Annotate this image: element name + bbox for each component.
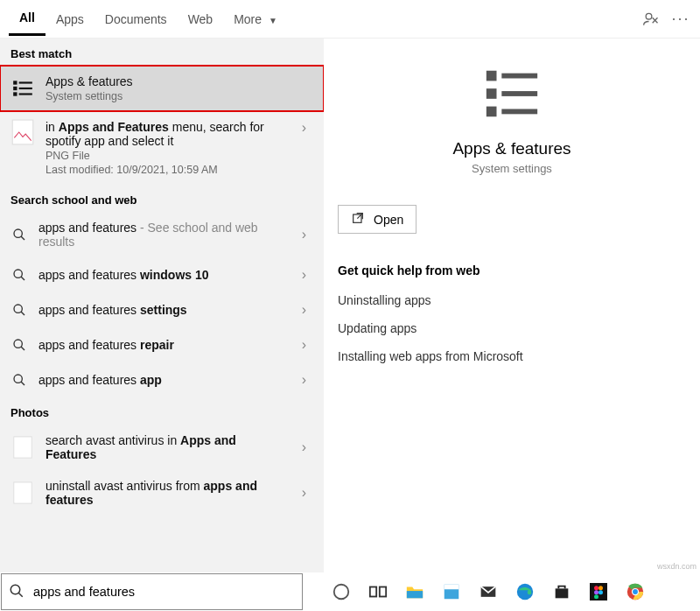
search-filter-tabs: All Apps Documents Web More ▼ ··· (0, 0, 700, 39)
svg-rect-20 (486, 71, 497, 81)
chrome-icon[interactable] (623, 579, 648, 604)
chevron-right-icon[interactable]: › (295, 120, 313, 136)
svg-point-45 (633, 589, 638, 594)
svg-line-9 (21, 236, 24, 240)
web-result-3[interactable]: apps and features repair › (0, 327, 324, 362)
svg-rect-24 (501, 91, 537, 96)
mail-icon[interactable] (476, 579, 500, 604)
file-explorer-icon[interactable] (402, 579, 427, 604)
photo-result-1[interactable]: uninstall avast antivirus from apps and … (0, 470, 324, 516)
chevron-right-icon[interactable]: › (295, 227, 313, 242)
svg-rect-18 (14, 437, 32, 458)
svg-line-28 (18, 593, 23, 597)
help-link-update[interactable]: Updating apps (338, 314, 686, 342)
web-result-0[interactable]: apps and features - See school and web r… (0, 212, 324, 257)
svg-line-11 (21, 277, 24, 280)
web-result-1[interactable]: apps and features windows 10 › (0, 257, 324, 292)
figma-icon[interactable] (586, 579, 611, 604)
tab-web[interactable]: Web (178, 4, 224, 35)
svg-rect-3 (13, 92, 17, 95)
open-button[interactable]: Open (338, 205, 416, 234)
svg-rect-23 (501, 74, 537, 79)
svg-point-29 (334, 585, 349, 600)
open-label: Open (374, 213, 403, 227)
task-view-icon[interactable] (366, 579, 390, 604)
tab-documents[interactable]: Documents (94, 4, 178, 35)
svg-rect-25 (501, 109, 537, 115)
file-type: PNG File (46, 150, 284, 162)
svg-point-0 (646, 13, 652, 19)
section-search-web: Search school and web (0, 185, 324, 212)
tab-all[interactable]: All (9, 2, 46, 36)
web-result-4[interactable]: apps and features app › (0, 362, 324, 397)
chevron-right-icon[interactable]: › (295, 372, 313, 388)
chevron-right-icon[interactable]: › (295, 302, 313, 318)
notepad-icon[interactable] (439, 579, 464, 604)
feedback-icon[interactable] (640, 9, 662, 30)
chevron-right-icon[interactable]: › (295, 337, 313, 353)
svg-rect-37 (590, 583, 607, 600)
edge-icon[interactable] (513, 579, 537, 604)
section-photos: Photos (0, 397, 324, 425)
svg-point-39 (598, 586, 603, 590)
svg-rect-19 (14, 482, 32, 503)
svg-point-40 (598, 590, 603, 594)
tab-apps[interactable]: Apps (46, 4, 94, 35)
svg-rect-2 (13, 87, 17, 90)
svg-point-14 (14, 340, 22, 348)
results-pane: Best match Apps & features System settin… (0, 39, 324, 572)
chevron-right-icon[interactable]: › (295, 267, 313, 283)
result-apps-and-features[interactable]: Apps & features System settings (0, 66, 324, 111)
cortana-icon[interactable] (329, 579, 354, 604)
svg-point-8 (14, 229, 22, 237)
svg-rect-4 (19, 81, 32, 83)
svg-point-10 (14, 270, 22, 277)
store-icon[interactable] (550, 579, 574, 604)
result-subtitle: System settings (46, 90, 313, 102)
taskbar (303, 579, 700, 604)
svg-point-16 (14, 375, 22, 383)
svg-point-42 (594, 594, 598, 599)
quick-help-heading: Get quick help from web (338, 263, 686, 277)
image-file-icon (10, 120, 35, 144)
result-file-png[interactable]: in Apps and Features menu, search for sp… (0, 111, 324, 185)
svg-point-38 (594, 586, 598, 590)
chevron-right-icon[interactable]: › (295, 485, 313, 501)
svg-point-12 (14, 305, 22, 313)
file-title: in Apps and Features menu, search for sp… (46, 120, 284, 148)
tab-more-label: More (234, 12, 262, 26)
search-icon (10, 226, 28, 243)
preview-subtitle: System settings (346, 162, 677, 175)
help-link-install-web[interactable]: Installing web apps from Microsoft (338, 342, 686, 370)
svg-line-17 (21, 382, 24, 385)
svg-point-41 (594, 590, 598, 594)
svg-rect-30 (370, 587, 376, 597)
search-icon (9, 583, 24, 601)
settings-list-icon (10, 76, 35, 101)
svg-line-13 (21, 312, 24, 315)
search-icon (10, 301, 28, 319)
svg-rect-6 (19, 93, 32, 95)
svg-rect-34 (444, 585, 459, 590)
more-options-icon[interactable]: ··· (670, 9, 691, 30)
search-icon (10, 336, 28, 354)
web-result-2[interactable]: apps and features settings › (0, 292, 324, 327)
preview-title: Apps & features (346, 139, 677, 158)
photo-result-0[interactable]: search avast antivirus in Apps and Featu… (0, 425, 324, 470)
svg-point-27 (10, 585, 20, 594)
result-title: Apps & features (46, 74, 313, 88)
taskbar-row (0, 572, 700, 611)
svg-rect-21 (486, 88, 497, 99)
svg-rect-31 (380, 587, 386, 597)
svg-rect-22 (486, 107, 497, 117)
search-box[interactable] (1, 573, 303, 610)
help-link-uninstall[interactable]: Uninstalling apps (338, 286, 686, 314)
apps-features-icon (481, 63, 542, 127)
file-modified: Last modified: 10/9/2021, 10:59 AM (46, 164, 284, 176)
section-best-match: Best match (0, 39, 324, 66)
tab-more[interactable]: More ▼ (223, 4, 288, 35)
search-input[interactable] (32, 584, 295, 600)
open-external-icon (351, 211, 365, 228)
chevron-right-icon[interactable]: › (295, 439, 313, 455)
svg-line-15 (21, 347, 24, 350)
